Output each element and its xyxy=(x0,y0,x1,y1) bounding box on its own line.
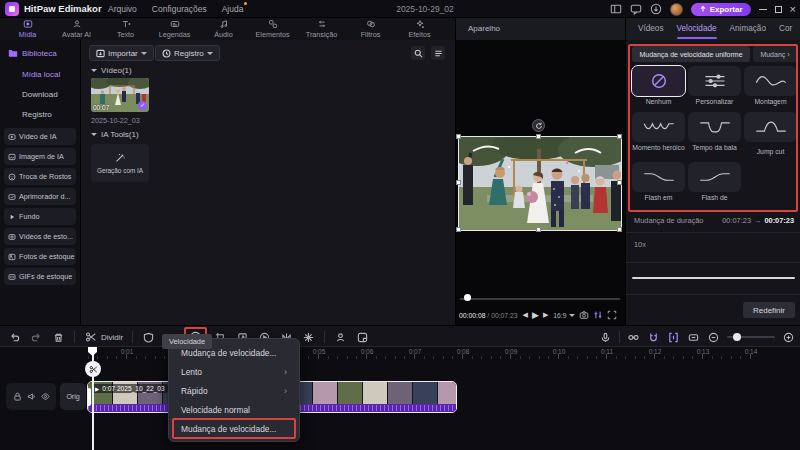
sidebar-item-midia-local[interactable]: Mídia local xyxy=(22,67,60,81)
preview-settings-icon[interactable] xyxy=(593,310,603,320)
sidebar-item-fundo[interactable]: Fundo xyxy=(4,208,76,225)
search-button[interactable] xyxy=(411,46,425,60)
selection-handle[interactable] xyxy=(617,180,622,185)
speed-slider[interactable] xyxy=(632,277,795,279)
link-clips-button[interactable] xyxy=(627,331,640,344)
seekbar-handle[interactable] xyxy=(464,294,471,301)
reset-button[interactable]: Redefinir xyxy=(743,302,795,318)
preview-seekbar[interactable] xyxy=(460,298,620,300)
tab-videos[interactable]: Vídeos xyxy=(638,18,664,40)
menu-arquivo[interactable]: Arquivo xyxy=(108,4,137,14)
subtab-curve-speed[interactable]: Mudanç› xyxy=(753,46,797,62)
preset-personalizar[interactable] xyxy=(688,66,741,96)
import-button[interactable]: Importar xyxy=(89,45,154,61)
sidebar-item-gifs-estoque[interactable]: GIFs de estoque xyxy=(4,268,76,285)
preset-flash-em[interactable] xyxy=(632,162,685,192)
mask-button[interactable] xyxy=(142,331,155,344)
timeline[interactable]: 0:010:020:030:040:050:060:070:080:090:10… xyxy=(0,347,800,450)
download-status-icon[interactable] xyxy=(650,3,662,15)
avatar-tool-button[interactable] xyxy=(334,331,347,344)
auto-ripple-button[interactable] xyxy=(667,331,680,344)
ai-generation-card[interactable]: Geração com IA xyxy=(91,144,149,182)
menu-item-lento[interactable]: Lento› xyxy=(169,362,299,381)
view-options-button[interactable] xyxy=(431,46,445,60)
rotate-handle[interactable] xyxy=(532,119,545,132)
sidebar-item-troca-rostos[interactable]: Troca de Rostos xyxy=(4,168,76,185)
close-button[interactable]: × xyxy=(790,4,796,14)
zoom-out-button[interactable] xyxy=(707,331,720,344)
preset-nenhum[interactable] xyxy=(632,66,685,96)
sidebar-item-registro[interactable]: Registro xyxy=(22,107,52,121)
original-audio-button[interactable]: Orig xyxy=(60,383,86,410)
selection-handle[interactable] xyxy=(536,134,541,139)
section-video[interactable]: Vídeo(1) xyxy=(91,66,132,75)
section-ia-tools[interactable]: IA Tools(1) xyxy=(91,130,139,139)
tab-animacao[interactable]: Animação xyxy=(730,18,766,40)
fullscreen-icon[interactable] xyxy=(607,310,617,320)
sidebar-item-imagem-ia[interactable]: Imagem de IA xyxy=(4,148,76,165)
video-thumbnail[interactable]: 00:07 ✓ xyxy=(91,78,149,112)
zoom-slider-handle[interactable] xyxy=(733,333,741,341)
sidebar-item-fotos-estoque[interactable]: Fotos de estoque xyxy=(4,248,76,265)
record-voice-button[interactable] xyxy=(599,331,612,344)
menu-configuracoes[interactable]: Configurações xyxy=(152,4,207,14)
delete-button[interactable] xyxy=(52,331,65,344)
menu-item-rapido[interactable]: Rápido› xyxy=(169,381,299,400)
tab-transicao[interactable]: Transição xyxy=(298,18,345,40)
menu-item-mudanca-velocidade[interactable]: Mudança de velocidade... xyxy=(169,419,299,438)
tab-audio[interactable]: Áudio xyxy=(200,18,247,40)
stabilize-button[interactable] xyxy=(302,331,315,344)
tab-cor[interactable]: Cor xyxy=(779,18,792,40)
selection-handle[interactable] xyxy=(536,227,541,232)
feedback-icon[interactable] xyxy=(630,3,642,15)
preset-montagem[interactable] xyxy=(744,66,797,96)
magnet-snap-button[interactable] xyxy=(647,331,660,344)
preset-tempo-da-bala[interactable] xyxy=(688,112,741,142)
tab-midia[interactable]: Mídia xyxy=(4,18,51,40)
preview-video[interactable] xyxy=(459,137,621,230)
sidebar-item-biblioteca[interactable]: Biblioteca xyxy=(8,46,57,60)
minimize-button[interactable] xyxy=(759,9,767,10)
split-button[interactable] xyxy=(84,331,97,344)
sidebar-item-download[interactable]: Download xyxy=(22,87,58,101)
snapshot-icon[interactable] xyxy=(579,310,589,320)
track-hide-icon[interactable] xyxy=(41,392,50,401)
tab-avatar-ai[interactable]: Avatar AI xyxy=(53,18,100,40)
preset-jump-cut[interactable] xyxy=(744,112,797,142)
fit-timeline-button[interactable] xyxy=(687,331,700,344)
clip-trim-handle-left[interactable] xyxy=(88,388,91,406)
timeline-zoom-slider[interactable] xyxy=(727,336,775,338)
menu-item-velocidade-normal[interactable]: Velocidade normal xyxy=(169,400,299,419)
maximize-button[interactable] xyxy=(775,6,782,13)
preset-flash-de[interactable] xyxy=(688,162,741,192)
sidebar-item-videos-estoque[interactable]: Vídeos de esto... xyxy=(4,228,76,245)
split-at-playhead-button[interactable] xyxy=(85,361,101,377)
sidebar-item-video-ia[interactable]: Vídeo de IA xyxy=(4,128,76,145)
tab-efeitos[interactable]: Efeitos xyxy=(396,18,443,40)
preview-stage[interactable]: 00:00:08 / 00:07:23 ◀ ▶ ▶ 16:9 xyxy=(456,40,626,325)
sidebar-item-aprimorador[interactable]: Aprimorador d... xyxy=(4,188,76,205)
tab-velocidade[interactable]: Velocidade xyxy=(677,18,717,40)
selection-handle[interactable] xyxy=(456,134,461,139)
layout-icon[interactable] xyxy=(610,3,622,15)
tab-legendas[interactable]: Legendas xyxy=(151,18,198,40)
sticker-tool-button[interactable] xyxy=(356,331,369,344)
next-frame-button[interactable]: ▶ xyxy=(543,311,548,319)
aspect-ratio-select[interactable]: 16:9 xyxy=(553,312,574,319)
undo-button[interactable] xyxy=(8,331,21,344)
export-button[interactable]: Exportar xyxy=(691,3,751,16)
selection-handle[interactable] xyxy=(456,227,461,232)
tab-texto[interactable]: Texto xyxy=(102,18,149,40)
track-mute-icon[interactable] xyxy=(27,392,36,401)
redo-button[interactable] xyxy=(30,331,43,344)
tab-filtros[interactable]: Filtros xyxy=(347,18,394,40)
zoom-in-button[interactable] xyxy=(782,331,795,344)
registro-filter-button[interactable]: Registro xyxy=(155,45,220,61)
split-label[interactable]: Dividir xyxy=(101,333,123,342)
user-avatar[interactable] xyxy=(670,3,683,16)
selection-handle[interactable] xyxy=(617,134,622,139)
preset-momento-heroico[interactable] xyxy=(632,112,685,142)
subtab-uniform-speed[interactable]: Mudança de velocidade uniforme xyxy=(632,46,750,62)
menu-ajuda[interactable]: Ajuda xyxy=(222,4,244,14)
track-lock-icon[interactable] xyxy=(13,392,22,401)
